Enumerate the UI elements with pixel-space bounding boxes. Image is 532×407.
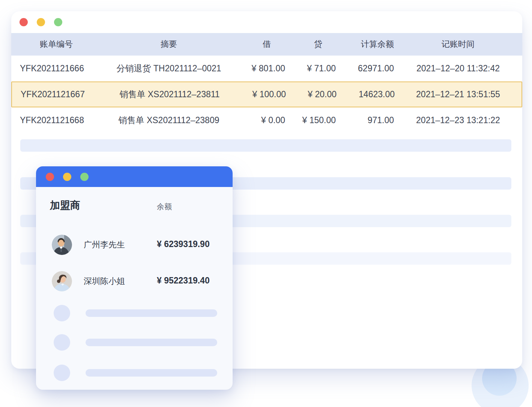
franchisee-row[interactable]: 广州李先生 ¥ 6239319.90 (36, 234, 233, 255)
cell-summary: 销售单 XS2021112–23811 (102, 89, 237, 100)
cell-balance: 971.00 (336, 115, 394, 125)
column-header-time: 记账时间 (394, 39, 522, 50)
column-header-balance: 计算余额 (336, 39, 394, 50)
cell-credit: ¥ 71.00 (285, 63, 336, 74)
cell-balance: 62971.00 (336, 63, 394, 74)
column-header-credit: 贷 (285, 39, 336, 50)
cell-summary: 销售单 XS2021112–23809 (101, 115, 236, 126)
skeleton-avatar (54, 334, 70, 351)
cell-summary: 分销退货 TH2021112–0021 (101, 63, 236, 74)
franchisee-balance: ¥ 6239319.90 (157, 239, 210, 249)
card-title: 加盟商 (50, 199, 80, 212)
card-titlebar (36, 166, 233, 187)
skeleton-avatar (54, 305, 70, 321)
cell-debit: ¥ 0.00 (236, 115, 285, 125)
skeleton-text-bar (86, 339, 217, 346)
skeleton-row (20, 139, 511, 152)
cell-debit: ¥ 801.00 (236, 63, 285, 74)
cell-balance: 14623.00 (337, 89, 395, 99)
cell-time: 2021–12–23 13:21:22 (394, 115, 522, 125)
skeleton-avatar (54, 365, 70, 381)
window-titlebar (11, 11, 522, 33)
cell-time: 2021–12–20 11:32:42 (394, 63, 522, 74)
column-header-debit: 借 (236, 39, 285, 50)
skeleton-text-bar (86, 309, 217, 317)
maximize-button[interactable] (80, 173, 89, 181)
table-row[interactable]: YFK2021121668 销售单 XS2021112–23809 ¥ 0.00… (11, 107, 522, 133)
franchisee-name: 深圳陈小姐 (84, 276, 125, 287)
table-row-selected[interactable]: YFK2021121667 销售单 XS2021112–23811 ¥ 100.… (11, 81, 522, 107)
table-header-row: 账单编号 摘要 借 贷 计算余额 记账时间 (11, 33, 522, 56)
maximize-button[interactable] (54, 18, 62, 26)
cell-credit: ¥ 150.00 (285, 115, 336, 125)
cell-time: 2021–12–21 13:51:55 (395, 89, 521, 99)
close-button[interactable] (20, 18, 28, 26)
cell-bill-no: YFK2021121666 (11, 63, 101, 74)
franchisee-name: 广州李先生 (84, 239, 125, 250)
skeleton-text-bar (86, 369, 217, 377)
column-header-summary: 摘要 (101, 39, 236, 50)
franchisee-card: 加盟商 余额 广州李先生 ¥ 6239319.90 (36, 166, 233, 390)
female-avatar (52, 271, 72, 291)
close-button[interactable] (46, 173, 54, 181)
franchisee-row[interactable]: 深圳陈小姐 ¥ 9522319.40 (36, 271, 233, 292)
cell-bill-no: YFK2021121668 (11, 115, 101, 125)
franchisee-balance: ¥ 9522319.40 (157, 276, 210, 286)
column-header-bill-no: 账单编号 (11, 39, 101, 50)
male-avatar (52, 235, 72, 255)
cell-debit: ¥ 100.00 (237, 89, 286, 99)
cell-credit: ¥ 20.00 (286, 89, 337, 99)
cell-bill-no: YFK2021121667 (12, 89, 102, 99)
minimize-button[interactable] (37, 18, 45, 26)
table-row[interactable]: YFK2021121666 分销退货 TH2021112–0021 ¥ 801.… (11, 56, 522, 81)
minimize-button[interactable] (63, 173, 71, 181)
balance-column-label: 余额 (157, 202, 172, 212)
